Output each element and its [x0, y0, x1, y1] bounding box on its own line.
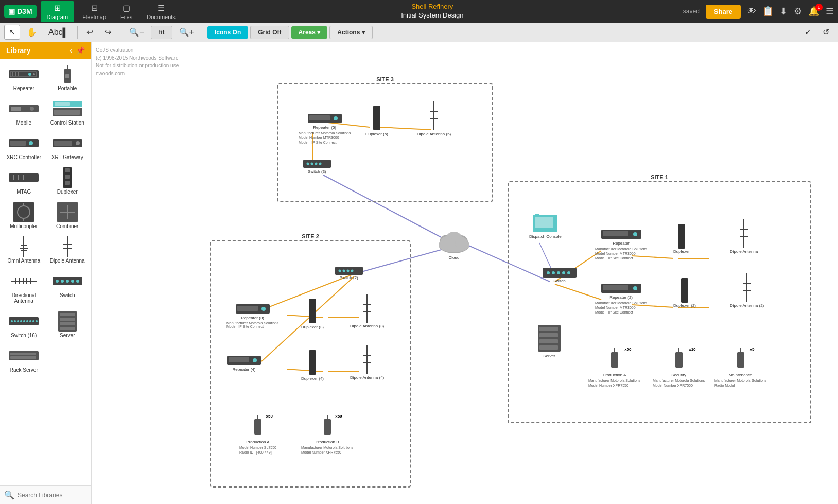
device-dipole1[interactable]: Dipole Antenna [730, 218, 758, 254]
device-production-b-site2[interactable]: x50 Production B Manufacturer Motorola S… [301, 414, 353, 455]
sidebar-item-control-station[interactable]: Control Station [48, 97, 88, 128]
app-logo[interactable]: ▣ D3M [4, 5, 37, 18]
search-input[interactable] [18, 492, 87, 499]
svg-point-64 [29, 320, 31, 322]
svg-point-19 [29, 141, 33, 145]
sidebar-item-combiner[interactable]: Combiner [48, 201, 88, 231]
svg-point-154 [633, 286, 637, 290]
icons-on-button[interactable]: Icons On [207, 26, 248, 39]
svg-point-65 [32, 320, 34, 322]
check-tool[interactable]: ✓ [800, 25, 816, 40]
clipboard-icon-button[interactable]: 📋 [762, 6, 774, 17]
select-tool[interactable]: ↖ [4, 25, 20, 40]
sidebar-item-switch[interactable]: Switch [48, 270, 88, 306]
svg-point-53 [61, 280, 64, 283]
sidebar-item-multicoupler[interactable]: Multicoupler [4, 201, 44, 231]
sidebar-collapse-icon[interactable]: ‹ [69, 46, 72, 55]
refresh-tool[interactable]: ↺ [818, 25, 834, 40]
zoom-out-tool[interactable]: 🔍− [125, 25, 149, 40]
nav-files[interactable]: ▢ Files [114, 1, 138, 22]
zoom-in-tool[interactable]: 🔍+ [174, 25, 199, 40]
device-dipole2[interactable]: Dipole Antenna (2) [730, 272, 764, 308]
device-switch-site1[interactable]: Switch [542, 267, 577, 283]
device-server[interactable]: Server [537, 324, 562, 358]
device-production-a-site1[interactable]: x50 Production A Manufacturer Motorola S… [588, 347, 640, 388]
device-security-site1[interactable]: x10 Security Manufacturer Motorola Solut… [653, 347, 705, 388]
svg-rect-155 [681, 278, 688, 303]
sep1 [77, 26, 78, 39]
share-button[interactable]: Share [706, 5, 741, 19]
device-dipole4[interactable]: Dipole Antenna (4) [350, 344, 384, 380]
sidebar-item-rack-server[interactable]: Rack Server [4, 344, 44, 375]
download-icon-button[interactable]: ⬇ [780, 6, 788, 17]
device-repeater1[interactable]: Repeater Manufacturer Motorola Solutions… [595, 229, 647, 260]
device-cloud[interactable]: Cloud [435, 228, 473, 260]
sidebar-item-directional-antenna[interactable]: Directional Antenna [4, 270, 44, 306]
xrc-controller-icon [8, 134, 39, 152]
device-dispatch[interactable]: Dispatch Console [529, 211, 562, 239]
device-repeater5[interactable]: Repeater (5) Manufacturer Motorola Solut… [299, 113, 351, 145]
logo-text: D3M [17, 7, 32, 15]
svg-rect-28 [65, 168, 70, 172]
sidebar-item-mtag[interactable]: MTAG [4, 166, 44, 197]
sidebar-item-switch-16[interactable]: Switch (16) [4, 310, 44, 340]
svg-point-110 [351, 270, 354, 272]
device-duplexer5[interactable]: Duplexer (5) [365, 105, 388, 136]
device-duplexer1[interactable]: Duplexer [673, 223, 690, 254]
device-duplexer2[interactable]: Duplexer (2) [673, 277, 696, 308]
project-title: Shell Refinery Initial System Design [184, 3, 681, 20]
nav-fleetmap[interactable]: ⊟ Fleetmap [76, 1, 112, 22]
grid-off-button[interactable]: Grid Off [250, 26, 289, 39]
redo-tool[interactable]: ↪ [100, 25, 116, 40]
device-repeater2[interactable]: Repeater (2) Manufacturer Motorola Solut… [595, 283, 647, 315]
device-duplexer4[interactable]: Duplexer (4) [301, 350, 324, 381]
svg-point-143 [562, 271, 565, 274]
svg-rect-11 [11, 107, 21, 111]
device-duplexer3[interactable]: Duplexer (3) [301, 298, 324, 329]
canvas-area[interactable]: GoJS evaluation (c) 1998-2015 Northwoods… [92, 42, 838, 504]
device-maintenance-site1[interactable]: x5 Maintenance Manufacturer Motorola Sol… [714, 347, 766, 388]
eye-icon-button[interactable]: 👁 [747, 6, 756, 17]
areas-button[interactable]: Areas ▾ [291, 26, 328, 39]
device-switch2[interactable]: Switch (2) [335, 266, 363, 280]
bell-area[interactable]: 🔔 1 [808, 6, 819, 17]
sidebar-item-dipole-antenna[interactable]: Dipole Antenna [48, 235, 88, 266]
pan-tool[interactable]: ✋ [22, 25, 42, 40]
sidebar-item-repeater[interactable]: Repeater [4, 63, 44, 93]
sidebar-item-xrt-gateway[interactable]: XRT Gateway [48, 132, 88, 162]
text-tool[interactable]: Abc▌ [44, 25, 73, 40]
xrt-label: XRT Gateway [51, 154, 83, 160]
sidebar-item-server[interactable]: Server [48, 310, 88, 340]
toolbar: ↖ ✋ Abc▌ ↩ ↪ 🔍− fit 🔍+ Icons On Grid Off… [0, 23, 838, 42]
device-repeater4[interactable]: Repeater (4) [226, 355, 261, 372]
device-production-a-site2[interactable]: x50 Production A Model Number SL7550Radi… [239, 414, 276, 455]
svg-rect-168 [737, 352, 744, 368]
actions-button[interactable]: Actions ▾ [329, 26, 372, 39]
logo-icon: ▣ [8, 7, 15, 15]
portable-svg [62, 64, 73, 84]
sidebar-item-portable[interactable]: Portable [48, 63, 88, 93]
sidebar-item-mobile[interactable]: Mobile [4, 97, 44, 128]
fit-button[interactable]: fit [151, 26, 172, 39]
nav-diagram[interactable]: ⊞ Diagram [41, 1, 75, 22]
device-switch3[interactable]: Switch (3) [303, 159, 331, 174]
settings-icon-button[interactable]: ⚙ [794, 6, 802, 17]
rack-server-label: Rack Server [10, 367, 38, 373]
device-dipole3[interactable]: Dipole Antenna (3) [350, 293, 384, 328]
switch-label: Switch [60, 292, 75, 298]
combiner-label: Combiner [56, 223, 78, 229]
device-dipole5[interactable]: Dipole Antenna (5) [417, 100, 451, 136]
repeater-svg [8, 68, 39, 80]
switch-16-icon [8, 312, 39, 331]
sidebar-item-xrc-controller[interactable]: XRC Controller [4, 132, 44, 162]
svg-rect-71 [60, 327, 75, 330]
sidebar-item-duplexer[interactable]: Duplexer [48, 166, 88, 197]
menu-icon-button[interactable]: ☰ [826, 6, 834, 17]
sidebar-pin-icon[interactable]: 📌 [76, 46, 85, 55]
undo-tool[interactable]: ↩ [82, 25, 98, 40]
nav-documents[interactable]: ☰ Documents [141, 1, 182, 22]
site1-label: SITE 1 [651, 174, 668, 180]
sidebar-item-omni-antenna[interactable]: Omni Antenna [4, 235, 44, 266]
device-repeater3[interactable]: Repeater (3) Manufacturer Motorola Solut… [226, 303, 278, 328]
sidebar-search: 🔍 [0, 485, 91, 504]
